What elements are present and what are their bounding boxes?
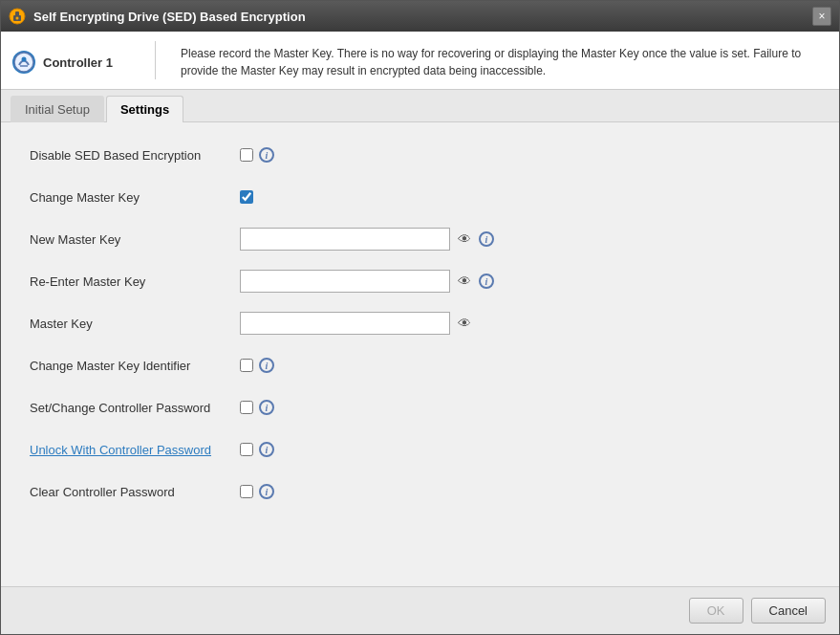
content-area: Disable SED Based Encryption i Change Ma… xyxy=(1,122,839,586)
title-bar: Self Encrypting Drive (SED) Based Encryp… xyxy=(1,1,839,32)
controls-disable-sed: i xyxy=(240,147,274,163)
row-reenter-master-key: Re-Enter Master Key 👁 i xyxy=(30,268,810,295)
info-icon-unlock-with-controller-password[interactable]: i xyxy=(259,442,274,457)
controls-unlock-with-controller-password: i xyxy=(240,442,274,457)
info-icon-change-master-key-identifier[interactable]: i xyxy=(259,358,274,373)
footer: OK Cancel xyxy=(1,586,839,634)
controls-master-key: 👁 xyxy=(240,312,473,335)
label-clear-controller-password: Clear Controller Password xyxy=(30,485,240,499)
dialog-icon xyxy=(9,8,26,25)
ok-button[interactable]: OK xyxy=(689,598,743,624)
dialog-title: Self Encrypting Drive (SED) Based Encryp… xyxy=(33,10,812,24)
controls-clear-controller-password: i xyxy=(240,484,274,499)
input-reenter-master-key[interactable] xyxy=(240,270,450,293)
label-master-key: Master Key xyxy=(30,317,240,331)
label-unlock-with-controller-password[interactable]: Unlock With Controller Password xyxy=(30,443,240,457)
row-change-master-key-identifier: Change Master Key Identifier i xyxy=(30,352,810,379)
row-new-master-key: New Master Key 👁 i xyxy=(30,226,810,252)
row-disable-sed: Disable SED Based Encryption i xyxy=(30,142,810,168)
info-icon-disable-sed[interactable]: i xyxy=(259,147,274,163)
dialog: Self Encrypting Drive (SED) Based Encryp… xyxy=(0,0,840,635)
row-master-key: Master Key 👁 xyxy=(30,310,810,337)
label-set-change-controller-password: Set/Change Controller Password xyxy=(30,401,240,415)
label-new-master-key: New Master Key xyxy=(30,232,240,247)
svg-point-3 xyxy=(16,17,19,20)
controls-change-master-key-identifier: i xyxy=(240,358,274,373)
label-disable-sed: Disable SED Based Encryption xyxy=(30,148,240,163)
close-button[interactable]: × xyxy=(812,7,831,26)
controls-new-master-key: 👁 i xyxy=(240,228,494,251)
tab-settings[interactable]: Settings xyxy=(106,96,183,122)
row-change-master-key: Change Master Key xyxy=(30,184,810,210)
controls-change-master-key xyxy=(240,190,253,204)
label-change-master-key-identifier: Change Master Key Identifier xyxy=(30,359,240,373)
checkbox-disable-sed[interactable] xyxy=(240,148,253,162)
info-icon-clear-controller-password[interactable]: i xyxy=(259,484,274,499)
checkbox-unlock-with-controller-password[interactable] xyxy=(240,443,253,456)
row-unlock-with-controller-password: Unlock With Controller Password i xyxy=(30,436,810,463)
checkbox-set-change-controller-password[interactable] xyxy=(240,401,253,414)
info-icon-new-master-key[interactable]: i xyxy=(479,231,494,247)
row-set-change-controller-password: Set/Change Controller Password i xyxy=(30,394,810,421)
input-master-key[interactable] xyxy=(240,312,450,335)
controls-reenter-master-key: 👁 i xyxy=(240,270,494,293)
info-icon-reenter-master-key[interactable]: i xyxy=(479,274,494,289)
eye-icon-master-key[interactable]: 👁 xyxy=(456,315,473,332)
svg-point-5 xyxy=(22,57,27,62)
checkbox-change-master-key-identifier[interactable] xyxy=(240,359,253,372)
controller-label: Controller 1 xyxy=(43,55,113,70)
controller-icon xyxy=(12,51,35,74)
warning-text: Please record the Master Key. There is n… xyxy=(167,41,828,79)
controls-set-change-controller-password: i xyxy=(240,400,274,415)
input-new-master-key[interactable] xyxy=(240,228,450,251)
svg-point-4 xyxy=(14,53,33,72)
label-change-master-key: Change Master Key xyxy=(30,190,240,205)
label-reenter-master-key: Re-Enter Master Key xyxy=(30,274,240,289)
tabs-bar: Initial Setup Settings xyxy=(1,90,839,122)
checkbox-change-master-key[interactable] xyxy=(240,190,253,204)
eye-icon-new-master-key[interactable]: 👁 xyxy=(456,230,473,248)
row-clear-controller-password: Clear Controller Password i xyxy=(30,478,810,505)
info-icon-set-change-controller-password[interactable]: i xyxy=(259,400,274,415)
tab-initial-setup[interactable]: Initial Setup xyxy=(11,96,104,122)
cancel-button[interactable]: Cancel xyxy=(751,598,826,624)
checkbox-clear-controller-password[interactable] xyxy=(240,485,253,498)
controller-bar: Controller 1 Please record the Master Ke… xyxy=(1,32,839,90)
eye-icon-reenter-master-key[interactable]: 👁 xyxy=(456,273,473,290)
controller-info: Controller 1 xyxy=(12,41,156,79)
